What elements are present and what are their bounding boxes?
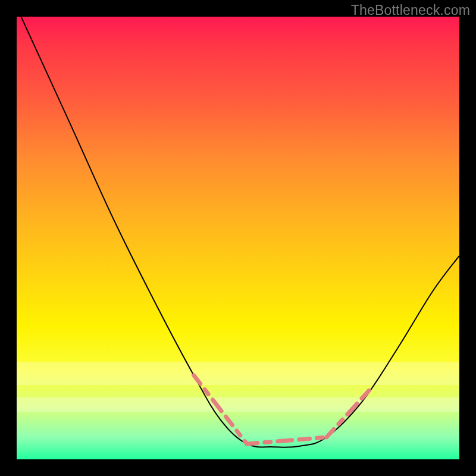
curve-path (21, 17, 459, 447)
dash-segment (327, 389, 371, 437)
dash-segment (194, 375, 247, 444)
bottleneck-curve (17, 17, 459, 459)
watermark-label: TheBottleneck.com (351, 2, 470, 18)
chart-plot-area (17, 17, 459, 459)
dash-overlay (194, 375, 371, 444)
